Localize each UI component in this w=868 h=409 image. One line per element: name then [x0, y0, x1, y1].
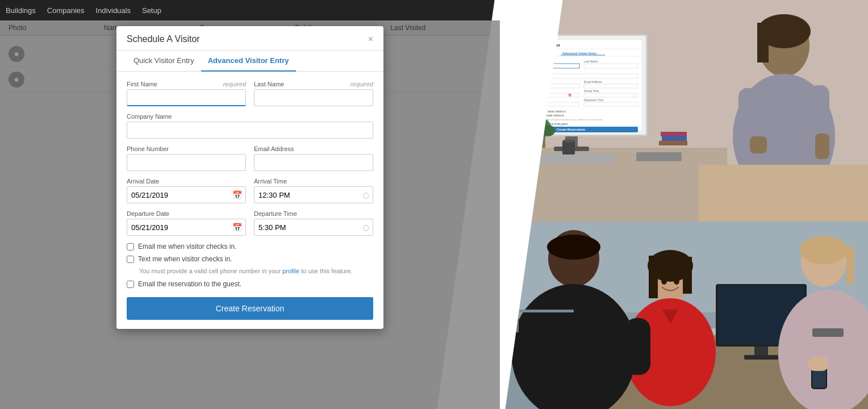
svg-rect-50 — [815, 133, 829, 159]
svg-text:Email Address: Email Address — [584, 80, 602, 84]
last-name-group: Last Name required — [254, 81, 373, 106]
nav-setup[interactable]: Setup — [142, 6, 161, 15]
nav-individuals[interactable]: Individuals — [96, 6, 131, 15]
departure-row: Departure Date 📅 Departure Time ◌ — [127, 210, 373, 236]
departure-date-input[interactable] — [127, 219, 246, 236]
svg-rect-88 — [846, 247, 854, 284]
arrival-time-input[interactable] — [254, 186, 373, 203]
departure-time-group: Departure Time ◌ — [254, 210, 373, 236]
svg-rect-85 — [625, 318, 650, 375]
svg-rect-58 — [562, 141, 575, 155]
svg-rect-62 — [661, 132, 687, 136]
svg-rect-93 — [812, 328, 844, 337]
nav-buildings[interactable]: Buildings — [6, 6, 36, 15]
reception-svg — [500, 222, 868, 409]
text-checkin-label: Text me when visitor checks in. — [138, 255, 232, 263]
last-name-input[interactable] — [254, 89, 373, 106]
calendar-icon-2[interactable]: 📅 — [232, 223, 242, 232]
left-panel: Buildings Companies Individuals Setup Ph… — [0, 0, 500, 409]
svg-text:Create Reservation: Create Reservation — [557, 128, 586, 131]
email-input[interactable] — [254, 154, 373, 171]
clock-icon[interactable]: ◌ — [362, 190, 369, 199]
svg-rect-72 — [744, 355, 778, 360]
email-checkin-checkbox[interactable] — [127, 243, 134, 251]
departure-time-label: Departure Time — [254, 210, 373, 217]
departure-time-input[interactable] — [254, 219, 373, 236]
arrival-time-wrapper: ◌ — [254, 186, 373, 203]
email-label: Email Address — [254, 145, 373, 152]
first-name-required: required — [223, 81, 246, 87]
svg-rect-51 — [738, 88, 761, 139]
first-name-input[interactable] — [127, 89, 246, 106]
text-checkin-checkbox[interactable] — [127, 256, 134, 263]
company-name-input[interactable] — [127, 122, 373, 139]
arrival-date-wrapper: 📅 — [127, 186, 246, 203]
svg-rect-16 — [584, 64, 638, 68]
svg-point-59 — [562, 139, 575, 143]
svg-rect-43 — [636, 152, 682, 161]
last-name-label: Last Name required — [254, 81, 373, 87]
svg-point-81 — [674, 278, 679, 285]
arrival-time-label: Arrival Time — [254, 178, 373, 185]
email-checkin-group: Email me when visitor checks in. — [127, 243, 373, 251]
svg-text:Advanced Visitor Entry: Advanced Visitor Entry — [562, 52, 597, 55]
arrival-time-group: Arrival Time ◌ — [254, 178, 373, 203]
email-checkin-label: Email me when visitor checks in. — [138, 243, 236, 251]
modal-tabs: Quick Visitor Entry Advanced Visitor Ent… — [116, 51, 383, 72]
bottom-photo — [500, 222, 868, 409]
phone-label: Phone Number — [127, 145, 246, 152]
company-name-group: Company Name — [127, 113, 373, 139]
schedule-visitor-modal: Schedule A Visitor × Quick Visitor Entry… — [116, 26, 383, 329]
svg-text:📅: 📅 — [568, 94, 572, 98]
profile-link[interactable]: profile — [282, 268, 299, 274]
clock-icon-2[interactable]: ◌ — [362, 223, 369, 232]
calendar-icon[interactable]: 📅 — [232, 190, 242, 199]
svg-rect-22 — [584, 84, 638, 88]
svg-rect-32 — [584, 102, 638, 106]
svg-rect-46 — [757, 23, 769, 62]
last-name-required: required — [350, 81, 373, 87]
svg-rect-75 — [649, 256, 658, 298]
right-panel: Schedule A Visitor Quick Visitor Entry A… — [500, 0, 868, 409]
arrival-row: Arrival Date 📅 Arrival Time ◌ — [127, 178, 373, 203]
svg-rect-60 — [659, 141, 687, 145]
first-name-group: First Name required — [127, 81, 246, 106]
svg-rect-76 — [683, 257, 692, 294]
departure-date-wrapper: 📅 — [127, 219, 246, 236]
name-row: First Name required Last Name required — [127, 81, 373, 106]
svg-rect-49 — [809, 85, 829, 142]
svg-text:Arrival Time: Arrival Time — [584, 89, 599, 93]
svg-point-80 — [661, 278, 667, 285]
email-guest-label: Email the reservation to the guest. — [138, 280, 241, 288]
email-group: Email Address — [254, 145, 373, 171]
profile-note: You must provide a valid cell phone numb… — [139, 268, 373, 274]
modal-overlay: Schedule A Visitor × Quick Visitor Entry… — [0, 20, 500, 409]
svg-rect-61 — [662, 136, 687, 141]
svg-rect-52 — [750, 136, 767, 153]
modal-body: First Name required Last Name required — [116, 72, 383, 329]
email-guest-group: Email the reservation to the guest. — [127, 280, 373, 288]
text-checkin-group: Text me when visitor checks in. — [127, 255, 373, 263]
svg-point-83 — [547, 235, 600, 260]
tab-advanced-visitor[interactable]: Advanced Visitor Entry — [201, 51, 296, 72]
phone-group: Phone Number — [127, 145, 246, 171]
svg-point-87 — [800, 236, 848, 264]
arrival-date-label: Arrival Date — [127, 178, 246, 185]
modal-header: Schedule A Visitor × — [116, 26, 383, 51]
nav-companies[interactable]: Companies — [47, 6, 85, 15]
modal-close-button[interactable]: × — [368, 35, 373, 44]
create-reservation-button[interactable]: Create Reservation — [127, 297, 373, 320]
tab-quick-visitor[interactable]: Quick Visitor Entry — [127, 51, 201, 72]
arrival-date-input[interactable] — [127, 186, 246, 203]
phone-email-row: Phone Number Email Address — [127, 145, 373, 171]
departure-date-group: Departure Date 📅 — [127, 210, 246, 236]
company-name-label: Company Name — [127, 113, 373, 120]
phone-input[interactable] — [127, 154, 246, 171]
top-nav: Buildings Companies Individuals Setup — [0, 0, 500, 20]
svg-text:Last Name: Last Name — [584, 60, 598, 63]
svg-rect-53 — [699, 165, 868, 222]
modal-title: Schedule A Visitor — [127, 34, 200, 44]
arrival-date-group: Arrival Date 📅 — [127, 178, 246, 203]
email-guest-checkbox[interactable] — [127, 281, 134, 288]
departure-date-label: Departure Date — [127, 210, 246, 217]
